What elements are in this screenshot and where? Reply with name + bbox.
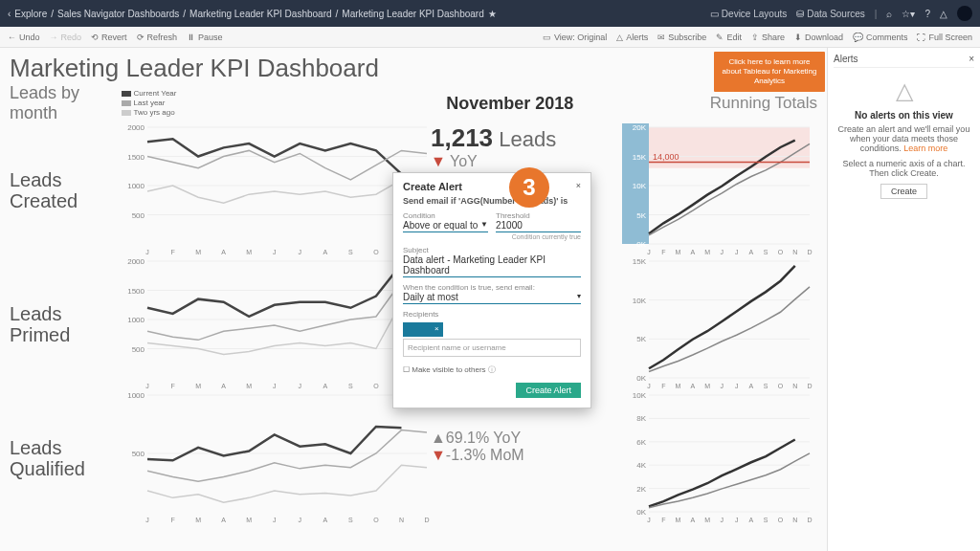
avatar[interactable] xyxy=(957,6,972,21)
svg-text:A: A xyxy=(749,249,754,255)
share-button[interactable]: ⇪ Share xyxy=(751,33,785,42)
svg-text:15K: 15K xyxy=(633,153,647,162)
svg-text:J: J xyxy=(145,249,149,255)
download-button[interactable]: ⬇ Download xyxy=(794,33,843,42)
svg-text:0K: 0K xyxy=(636,374,646,383)
svg-text:M: M xyxy=(246,383,252,389)
search-icon[interactable]: ⌕ xyxy=(886,9,892,19)
svg-text:J: J xyxy=(721,517,724,523)
svg-text:S: S xyxy=(348,517,353,523)
chart-leads-created-monthly[interactable]: 500100015002000JFMAMJJASOND xyxy=(115,123,431,257)
svg-text:O: O xyxy=(778,383,784,389)
alerts-button[interactable]: △ Alerts xyxy=(616,33,648,42)
svg-text:J: J xyxy=(145,383,149,389)
svg-text:1000: 1000 xyxy=(127,182,145,190)
revert-button[interactable]: ⟲ Revert xyxy=(91,33,127,42)
svg-text:F: F xyxy=(170,249,174,255)
chart-leads-primed-monthly[interactable]: 500100015002000JFMAMJJASOND xyxy=(115,257,431,391)
crumb-view[interactable]: Marketing Leader KPI Dashboard xyxy=(342,9,483,19)
undo-button[interactable]: ← Undo xyxy=(8,33,40,42)
svg-text:10K: 10K xyxy=(633,297,647,305)
subscribe-button[interactable]: ✉ Subscribe xyxy=(657,33,706,42)
condition-select[interactable]: Above or equal to▼ xyxy=(403,220,488,232)
svg-text:F: F xyxy=(170,517,174,523)
svg-text:A: A xyxy=(749,517,754,523)
edit-button[interactable]: ✎ Edit xyxy=(716,33,742,42)
svg-text:M: M xyxy=(676,383,681,389)
recipient-tag[interactable] xyxy=(403,322,443,337)
subject-input[interactable]: Data alert - Marketing Leader KPI Dashbo… xyxy=(403,254,581,277)
svg-text:O: O xyxy=(778,249,784,255)
redo-button[interactable]: → Redo xyxy=(50,33,82,42)
svg-text:J: J xyxy=(721,383,724,389)
recipients-input[interactable]: Recipient name or username xyxy=(403,339,581,357)
svg-text:J: J xyxy=(299,249,302,255)
svg-text:1500: 1500 xyxy=(127,153,145,162)
svg-text:J: J xyxy=(273,517,277,523)
chart-running-primed[interactable]: 0K5K10K15KJFMAMJJASOND xyxy=(622,257,813,391)
alert-prompt: Send email if 'AGG(Number of Leads)' is xyxy=(403,196,581,206)
svg-text:S: S xyxy=(348,383,353,389)
svg-text:10K: 10K xyxy=(633,182,647,190)
period-label: November 2018 xyxy=(446,94,632,114)
svg-text:A: A xyxy=(690,517,695,523)
close-icon[interactable]: × xyxy=(969,54,974,64)
notifications-icon[interactable]: △ xyxy=(940,9,947,19)
alerts-panel: Alerts × △ No alerts on this view Create… xyxy=(827,48,980,551)
svg-text:F: F xyxy=(661,249,665,255)
svg-text:20K: 20K xyxy=(633,123,647,132)
top-nav: ‹ Explore/ Sales Navigator Dashboards/ M… xyxy=(0,0,980,27)
star-icon[interactable]: ★ xyxy=(488,9,497,19)
svg-text:O: O xyxy=(373,383,379,389)
svg-text:F: F xyxy=(661,517,665,523)
svg-text:M: M xyxy=(195,517,201,523)
svg-text:2000: 2000 xyxy=(127,123,145,132)
svg-text:J: J xyxy=(735,517,739,523)
legend: Current Year Last year Two yrs ago xyxy=(122,89,196,118)
crumb-explore[interactable]: Explore xyxy=(14,9,47,19)
view-original-button[interactable]: ▭ View: Original xyxy=(543,33,607,42)
crumb-folder[interactable]: Sales Navigator Dashboards xyxy=(57,9,179,19)
svg-text:4K: 4K xyxy=(636,461,646,470)
bell-icon: △ xyxy=(834,77,974,104)
learn-more-link[interactable]: Learn more xyxy=(903,143,947,153)
crumb-workbook[interactable]: Marketing Leader KPI Dashboard xyxy=(189,9,331,19)
dialog-title: Create Alert xyxy=(403,181,462,192)
help-icon[interactable]: ? xyxy=(924,9,930,19)
pause-button[interactable]: ⏸ Pause xyxy=(187,33,223,42)
svg-text:O: O xyxy=(373,249,379,255)
fullscreen-button[interactable]: ⛶ Full Screen xyxy=(917,33,972,42)
svg-text:1500: 1500 xyxy=(127,287,145,296)
svg-text:M: M xyxy=(704,383,710,389)
create-alert-button[interactable]: Create xyxy=(880,184,927,199)
comments-button[interactable]: 💬 Comments xyxy=(853,33,908,42)
running-totals-label: Running Totals xyxy=(641,94,817,113)
svg-text:J: J xyxy=(735,249,739,255)
device-layouts-button[interactable]: ▭ Device Layouts xyxy=(710,9,787,19)
page-title: Marketing Leader KPI Dashboard xyxy=(10,54,817,83)
svg-text:M: M xyxy=(195,249,201,255)
create-alert-submit[interactable]: Create Alert xyxy=(516,383,581,398)
svg-text:0K: 0K xyxy=(636,240,646,249)
close-icon[interactable]: × xyxy=(576,181,581,196)
favorites-icon[interactable]: ☆▾ xyxy=(902,9,915,19)
svg-text:M: M xyxy=(704,249,710,255)
promo-banner[interactable]: Click here to learn more about Tableau f… xyxy=(714,52,825,92)
chart-running-created[interactable]: 0K5K10K15K20KJFMAMJJASOND14,000 xyxy=(622,123,813,257)
back-icon[interactable]: ‹ xyxy=(8,9,11,19)
chart-leads-qualified-monthly[interactable]: 5001000JFMAMJJASOND xyxy=(115,391,431,525)
svg-text:S: S xyxy=(348,249,353,255)
visible-checkbox[interactable]: ☐ Make visible to others ⓘ xyxy=(403,364,581,375)
section-label: Leads by month xyxy=(10,83,112,123)
refresh-button[interactable]: ⟳ Refresh xyxy=(137,33,178,42)
svg-text:A: A xyxy=(749,383,754,389)
svg-text:J: J xyxy=(647,517,651,523)
row-label-qualified: Leads Qualified xyxy=(10,391,115,525)
data-sources-button[interactable]: ⛁ Data Sources xyxy=(796,9,865,19)
chart-running-qualified[interactable]: 0K2K4K6K8K10KJFMAMJJASOND xyxy=(622,391,813,525)
step-badge: 3 xyxy=(509,167,549,208)
svg-text:15K: 15K xyxy=(633,257,647,266)
threshold-input[interactable]: 21000 xyxy=(496,220,581,232)
svg-text:A: A xyxy=(221,517,226,523)
frequency-select[interactable]: Daily at most▾ xyxy=(403,292,581,304)
